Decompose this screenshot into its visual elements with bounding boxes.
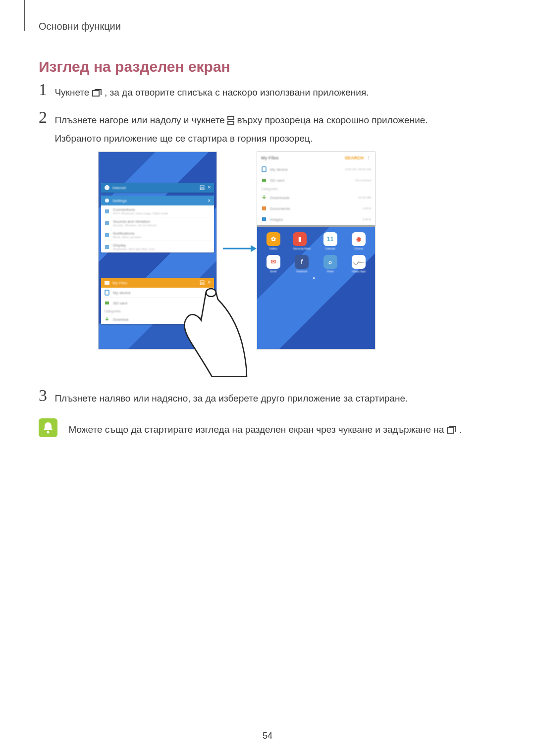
svg-rect-21 xyxy=(262,206,266,210)
row-label: Images xyxy=(270,217,283,222)
row-detail: 0.00 B xyxy=(363,218,371,221)
list-item: Images0.00 B xyxy=(257,214,375,225)
note-callout: Можете също да стартирате изгледа на раз… xyxy=(39,418,462,439)
list-item: My device0.00 GB / 00.00 GB xyxy=(257,164,375,175)
myfiles-header: My Files SEARCH ⋮ xyxy=(257,152,375,164)
svg-rect-1 xyxy=(228,116,234,119)
card-title: Settings xyxy=(112,199,127,203)
step-body: Плъзнете нагоре или надолу и чукнете вър… xyxy=(54,112,428,147)
list-item: Display Brightness, Blue light filter, F… xyxy=(101,241,214,252)
figure-split-screen: Internet ✕ Settings ✕ Connections Wi-Fi,… xyxy=(98,151,435,364)
row-label: My device xyxy=(113,291,131,295)
text: Избраното приложение ще се стартира в го… xyxy=(54,133,313,144)
storage-icon xyxy=(261,177,267,183)
download-icon xyxy=(104,316,110,322)
svg-rect-8 xyxy=(105,221,109,225)
storage-icon xyxy=(261,166,267,172)
row-detail: 0.00 GB / 00.00 GB xyxy=(345,168,371,171)
page-indicator: ● · · xyxy=(261,276,371,280)
svg-point-6 xyxy=(105,199,109,202)
app-label: Chrome xyxy=(352,247,366,250)
row-detail: 0.00 B xyxy=(363,207,371,210)
svg-rect-10 xyxy=(105,245,109,249)
svg-rect-0 xyxy=(93,91,99,96)
app-icon: fFacebook xyxy=(295,255,309,273)
storage-icon xyxy=(104,300,110,306)
page-number: 54 xyxy=(0,731,535,741)
settings-row-icon xyxy=(104,220,110,226)
svg-rect-4 xyxy=(200,186,204,187)
app-label: Gallery xyxy=(267,247,280,250)
split-screen-icon xyxy=(227,113,234,130)
app-label: Facebook xyxy=(295,270,309,273)
text: , за да отворите списъка с наскоро изпол… xyxy=(105,87,369,98)
row-detail: Not inserted xyxy=(355,179,371,182)
row-detail: 22.99 MB xyxy=(358,196,371,199)
split-divider xyxy=(257,225,375,227)
step-number: 2 xyxy=(39,108,53,127)
more-icon: ⋮ xyxy=(367,155,371,160)
section-label: Categories xyxy=(257,186,375,192)
row-label: Downloads xyxy=(270,196,290,200)
hand-pointer-illustration xyxy=(177,288,257,377)
recent-apps-icon xyxy=(447,424,457,439)
svg-point-23 xyxy=(47,431,50,434)
step-number: 3 xyxy=(39,386,53,405)
phone-screenshot-splitview: My Files SEARCH ⋮ My device0.00 GB / 00.… xyxy=(257,151,375,350)
row-label: SD card xyxy=(113,301,127,305)
step-1: 1 Чукнете , за да отворите списъка с нас… xyxy=(39,80,369,102)
recent-card-settings: Settings ✕ Connections Wi-Fi, Bluetooth,… xyxy=(101,196,214,252)
list-item: SD cardNot inserted xyxy=(257,175,375,186)
category-icon xyxy=(261,205,267,211)
split-screen-icon xyxy=(200,185,205,190)
settings-row-icon xyxy=(104,232,110,238)
card-title: Internet xyxy=(112,186,126,190)
card-header: Internet ✕ xyxy=(101,183,214,193)
app-label: Finder xyxy=(323,270,337,273)
settings-row-icon xyxy=(104,244,110,250)
close-icon: ✕ xyxy=(208,199,211,203)
text: . xyxy=(459,424,462,435)
app-title: My Files xyxy=(261,155,279,160)
row-subtitle: Sounds, Vibration, Do not disturb xyxy=(113,224,157,227)
svg-rect-13 xyxy=(200,283,204,285)
gear-icon xyxy=(104,198,110,203)
home-screen-panel: ✿Gallery▮Samsung Notes11Calendar◉Chrome✉… xyxy=(257,227,375,349)
arrow-icon xyxy=(222,244,257,253)
app-icon: 11Calendar xyxy=(323,232,337,250)
app-icon: ◡GalaxyGalaxy Apps xyxy=(352,255,366,273)
text: Можете също да стартирате изгледа на раз… xyxy=(68,424,446,435)
list-item: Notifications Block, allow, priorities xyxy=(101,229,214,241)
page-title: Изглед на разделен екран xyxy=(39,58,230,75)
recent-card-internet: Internet ✕ xyxy=(101,183,214,193)
row-label: SD card xyxy=(270,178,284,183)
svg-marker-17 xyxy=(251,245,257,252)
step-2: 2 Плъзнете нагоре или надолу и чукнете в… xyxy=(39,108,428,147)
folder-icon xyxy=(104,280,110,286)
recent-apps-icon xyxy=(92,86,102,102)
close-icon: ✕ xyxy=(208,280,211,285)
list-item: Connections Wi-Fi, Bluetooth, Data usage… xyxy=(101,205,214,217)
list-item: Downloads22.99 MB xyxy=(257,192,375,203)
svg-rect-19 xyxy=(262,167,266,172)
app-icon: ✿Gallery xyxy=(267,232,280,250)
row-subtitle: Block, allow, priorities xyxy=(113,236,141,239)
text: Чукнете xyxy=(54,87,92,98)
text: Плъзнете нагоре или надолу и чукнете xyxy=(54,115,227,125)
close-icon: ✕ xyxy=(208,185,211,190)
page-left-margin xyxy=(24,0,25,31)
card-title: My Files xyxy=(112,281,127,285)
svg-rect-20 xyxy=(262,179,266,182)
app-icon: ✉Email xyxy=(267,255,280,273)
svg-rect-22 xyxy=(262,217,266,221)
card-header: My Files ✕ xyxy=(101,278,214,288)
split-screen-icon xyxy=(200,280,205,285)
app-label: Galaxy Apps xyxy=(352,270,366,273)
row-subtitle: Wi-Fi, Bluetooth, Data usage, Flight mod… xyxy=(113,212,168,215)
step-body: Плъзнете наляво или надясно, за да избер… xyxy=(54,390,408,407)
svg-rect-14 xyxy=(105,290,109,295)
text: върху прозореца на скорошно приложение. xyxy=(237,115,428,125)
svg-rect-12 xyxy=(200,281,204,282)
list-item: Sounds and vibration Sounds, Vibration, … xyxy=(101,217,214,229)
note-bell-icon xyxy=(39,418,57,437)
